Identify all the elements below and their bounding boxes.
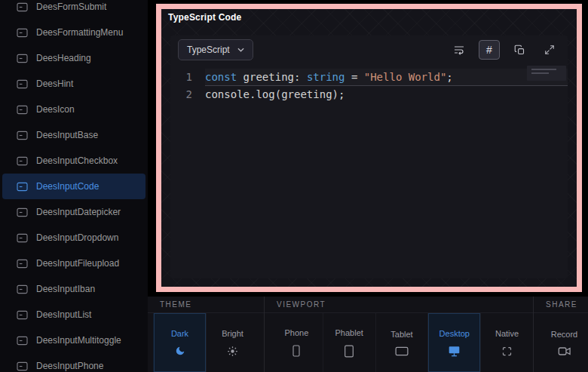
- sidebar-item-deeshint[interactable]: DeesHint: [0, 71, 148, 97]
- code-text[interactable]: const greeting: string = "Hello World";: [205, 69, 568, 86]
- editor-toolbar: #: [449, 40, 560, 60]
- code-lines: 1const greeting: string = "Hello World";…: [170, 69, 568, 103]
- component-icon: [17, 79, 28, 89]
- component-icon: [17, 182, 28, 192]
- code-token: ;: [446, 71, 452, 83]
- section-title: VIEWPORT: [265, 297, 533, 313]
- sidebar-item-label: DeesInputBase: [36, 130, 98, 140]
- language-label: TypeScript: [187, 45, 230, 55]
- sidebar-item-deesinputmultitoggle[interactable]: DeesInputMultitoggle: [0, 327, 148, 353]
- fullscreen-button[interactable]: [539, 40, 560, 60]
- desktop-button[interactable]: Desktop: [427, 313, 480, 372]
- sidebar-item-label: DeesInputIban: [36, 284, 95, 294]
- sidebar-item-deesinputdropdown[interactable]: DeesInputDropdown: [0, 225, 148, 251]
- sidebar-item-label: DeesInputPhone: [36, 361, 103, 371]
- sidebar-item-label: DeesInputMultitoggle: [36, 335, 121, 346]
- language-dropdown[interactable]: TypeScript: [178, 39, 253, 60]
- component-icon: [17, 361, 28, 371]
- chevron-down-icon: [237, 48, 244, 52]
- component-icon: [17, 336, 28, 346]
- preview-frame: TypeScript Code TypeScript # 1const gree…: [156, 4, 582, 292]
- sidebar-item-deesinputfileupload[interactable]: DeesInputFileupload: [0, 251, 148, 276]
- phablet-icon: [344, 345, 354, 358]
- bottombar-sections: THEMEDarkBrightVIEWPORTPhonePhabletTable…: [148, 297, 588, 372]
- sidebar-item-deesinputcode[interactable]: DeesInputCode: [2, 174, 145, 199]
- component-icon: [17, 131, 28, 140]
- section-buttons: PhonePhabletTabletDesktopNative: [265, 313, 533, 372]
- sidebar-item-deesinputiban[interactable]: DeesInputIban: [0, 276, 148, 302]
- dark-button[interactable]: Dark: [153, 313, 206, 372]
- code-token: :: [294, 71, 307, 83]
- app: DeesFormSubmitDeesFormattingMenuDeesHead…: [0, 0, 588, 372]
- code-line: 1const greeting: string = "Hello World";: [170, 69, 568, 86]
- code-text[interactable]: console.log(greeting);: [205, 86, 568, 103]
- copy-button[interactable]: [509, 40, 530, 60]
- component-icon: [17, 208, 28, 217]
- sidebar-item-deesinputdatepicker[interactable]: DeesInputDatepicker: [0, 199, 148, 225]
- component-icon: [17, 105, 28, 115]
- sidebar-list: DeesFormSubmitDeesFormattingMenuDeesHead…: [0, 0, 148, 372]
- component-icon: [17, 259, 28, 269]
- sidebar-item-label: DeesInputDatepicker: [36, 207, 121, 217]
- section-buttons: DarkBright: [148, 313, 264, 372]
- sidebar-item-deesicon[interactable]: DeesIcon: [0, 97, 148, 122]
- code-token: const: [205, 71, 237, 83]
- word-wrap-button[interactable]: [449, 40, 470, 60]
- sidebar-item-label: DeesFormattingMenu: [36, 27, 123, 38]
- native-button[interactable]: Native: [480, 313, 533, 372]
- component-icon: [17, 28, 28, 38]
- phablet-button[interactable]: Phablet: [323, 313, 375, 372]
- moon-icon: [175, 346, 185, 356]
- code-token: greeting: [237, 71, 294, 83]
- button-label: Bright: [222, 329, 243, 338]
- section-theme: THEMEDarkBright: [148, 297, 264, 372]
- line-number: 1: [170, 69, 205, 86]
- native-icon: [501, 346, 513, 357]
- minimap[interactable]: [527, 66, 566, 81]
- button-label: Native: [495, 329, 519, 338]
- component-icon: [17, 233, 28, 243]
- preview-canvas: TypeScript Code TypeScript # 1const gree…: [161, 9, 577, 287]
- bright-button[interactable]: Bright: [206, 313, 259, 372]
- sidebar-item-label: DeesIcon: [36, 104, 75, 115]
- sidebar-item-deesinputcheckbox[interactable]: DeesInputCheckbox: [0, 148, 148, 174]
- tablet-button[interactable]: Tablet: [375, 313, 428, 372]
- phone-button[interactable]: Phone: [270, 313, 323, 372]
- sidebar-item-deesinputbase[interactable]: DeesInputBase: [0, 122, 148, 148]
- sidebar-item-deesheading[interactable]: DeesHeading: [0, 45, 148, 71]
- sidebar-item-label: DeesHint: [36, 78, 73, 89]
- button-label: Record: [551, 330, 577, 339]
- line-number: 2: [170, 86, 205, 103]
- sidebar-item-deesformattingmenu[interactable]: DeesFormattingMenu: [0, 20, 148, 45]
- sidebar-item-label: DeesInputDropdown: [36, 232, 118, 243]
- line-numbers-button[interactable]: #: [479, 40, 500, 60]
- sun-icon: [227, 346, 238, 357]
- record-button[interactable]: Record: [540, 313, 588, 372]
- code-token: console.log(greeting);: [205, 88, 345, 100]
- sidebar-item-deesformsubmit[interactable]: DeesFormSubmit: [0, 0, 148, 20]
- button-label: Phablet: [335, 328, 363, 337]
- demo-title: TypeScript Code: [161, 9, 248, 26]
- section-title: THEME: [148, 297, 264, 313]
- section-share: SHARERecord: [533, 297, 588, 372]
- component-icon: [17, 2, 28, 12]
- sidebar: DeesFormSubmitDeesFormattingMenuDeesHead…: [0, 0, 148, 372]
- fullscreen-icon: [544, 45, 555, 55]
- sidebar-item-deesinputphone[interactable]: DeesInputPhone: [0, 353, 148, 372]
- sidebar-item-label: DeesHeading: [36, 53, 91, 63]
- button-label: Desktop: [439, 329, 470, 338]
- component-icon: [17, 54, 28, 63]
- code-editor: TypeScript # 1const greeting: string = "…: [170, 35, 568, 278]
- component-icon: [17, 284, 28, 294]
- word-wrap-icon: [453, 44, 465, 56]
- tablet-icon: [395, 346, 409, 356]
- code-token: =: [345, 71, 363, 83]
- sidebar-item-label: DeesInputCheckbox: [36, 155, 118, 166]
- record-icon: [558, 346, 571, 356]
- copy-icon: [514, 45, 525, 56]
- button-label: Tablet: [390, 330, 412, 339]
- sidebar-item-deesinputlist[interactable]: DeesInputList: [0, 302, 148, 327]
- bottombar: THEMEDarkBrightVIEWPORTPhonePhabletTable…: [148, 297, 588, 372]
- code-token: "Hello World": [364, 71, 447, 83]
- code-token: string: [307, 71, 345, 83]
